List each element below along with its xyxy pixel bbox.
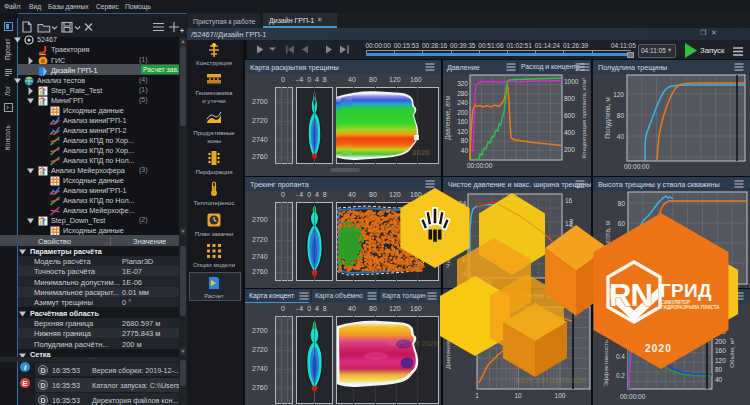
svg-text:24: 24 xyxy=(459,200,467,207)
svg-text:Давление, атм: Давление, атм xyxy=(444,95,452,140)
svg-text:240: 240 xyxy=(457,99,468,106)
svg-text:100: 100 xyxy=(555,392,566,399)
svg-text:00:00:00: 00:00:00 xyxy=(624,163,650,170)
svg-text:40: 40 xyxy=(715,376,723,383)
svg-text:8: 8 xyxy=(462,256,466,263)
svg-text:160: 160 xyxy=(457,118,468,125)
svg-text:200: 200 xyxy=(715,338,726,345)
svg-text:320: 320 xyxy=(457,80,468,87)
svg-text:00:00:00: 00:00:00 xyxy=(467,162,493,169)
svg-text:12: 12 xyxy=(459,242,467,249)
svg-text:200: 200 xyxy=(564,146,575,153)
svg-text:800: 800 xyxy=(564,95,575,102)
svg-text:120: 120 xyxy=(457,128,468,135)
svg-text:40: 40 xyxy=(461,147,469,154)
svg-text:ВЕРСИЯ ОЗНАКОМ: ВЕРСИЯ ОЗНАКОМ xyxy=(515,376,587,385)
svg-text:2020: 2020 xyxy=(412,148,430,157)
svg-text:280: 280 xyxy=(457,90,468,97)
svg-text:20: 20 xyxy=(459,214,467,221)
svg-text:Эффективность: Эффективность xyxy=(602,340,609,386)
svg-text:1000: 1000 xyxy=(564,78,579,85)
svg-text:Полудлина, м: Полудлина, м xyxy=(604,97,612,139)
svg-text:80: 80 xyxy=(617,112,625,119)
svg-text:Высота, м: Высота, м xyxy=(604,220,611,251)
svg-text:10: 10 xyxy=(514,392,522,399)
svg-text:80: 80 xyxy=(618,200,626,207)
svg-text:D: D xyxy=(40,382,45,389)
svg-text:160: 160 xyxy=(715,347,726,354)
svg-text:80: 80 xyxy=(715,366,723,373)
svg-text:120: 120 xyxy=(613,91,624,98)
svg-text:400: 400 xyxy=(564,129,575,136)
svg-text:600: 600 xyxy=(564,112,575,119)
svg-text:0.2: 0.2 xyxy=(616,372,625,379)
svg-text:1: 1 xyxy=(475,392,479,399)
svg-text:4: 4 xyxy=(462,270,466,277)
svg-text:E: E xyxy=(22,379,27,388)
svg-text:0.4: 0.4 xyxy=(616,353,625,360)
svg-text:200: 200 xyxy=(457,109,468,116)
svg-text:240: 240 xyxy=(715,328,726,335)
svg-text:16: 16 xyxy=(459,228,467,235)
svg-text:Ширина, мм: Ширина, мм xyxy=(567,219,574,254)
svg-text:60: 60 xyxy=(618,220,626,227)
svg-text:Давление, атм: Давление, атм xyxy=(444,327,451,369)
svg-text:D: D xyxy=(40,397,45,404)
svg-text:120: 120 xyxy=(715,357,726,364)
svg-text:Объём, м³: Объём, м³ xyxy=(728,338,735,367)
svg-text:00:00:00: 00:00:00 xyxy=(620,393,646,400)
svg-text:Концентрация пропанта, кг/м³: Концентрация пропанта, кг/м³ xyxy=(581,78,587,158)
svg-text:16: 16 xyxy=(565,197,573,204)
svg-text:D: D xyxy=(40,367,45,374)
svg-text:ВЕРСИЯ 2020: ВЕРСИЯ 2020 xyxy=(388,339,438,348)
svg-text:40: 40 xyxy=(617,133,625,140)
svg-text:00:00:00: 00:00:00 xyxy=(467,278,493,285)
svg-text:80: 80 xyxy=(461,137,469,144)
svg-text:Чистое давление, атм: Чистое давление, атм xyxy=(444,204,451,267)
svg-text:40: 40 xyxy=(618,240,626,247)
